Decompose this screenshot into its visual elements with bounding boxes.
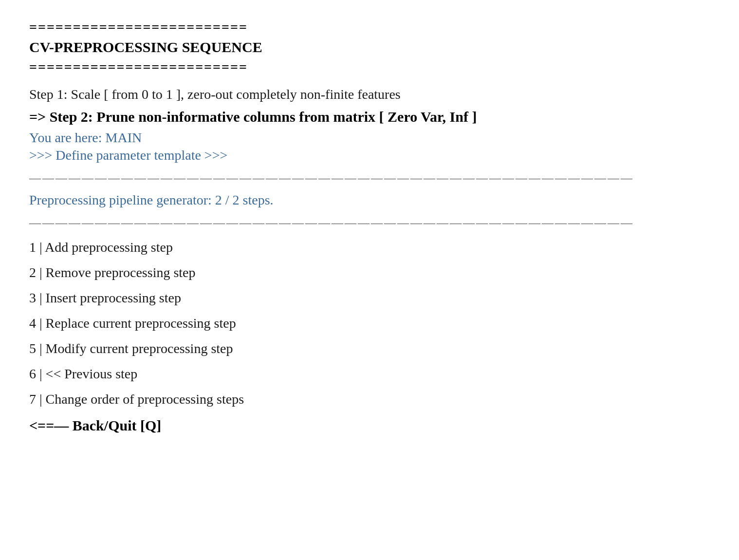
divider-bottom: ————————————————————————————————————————… (29, 217, 710, 228)
separator-top: ========================= (29, 19, 710, 35)
menu-item-1[interactable]: 1 | Add preprocessing step (29, 237, 710, 258)
menu-list: 1 | Add preprocessing step 2 | Remove pr… (29, 237, 710, 436)
menu-item-3[interactable]: 3 | Insert preprocessing step (29, 288, 710, 308)
separator-bottom: ========================= (29, 59, 710, 75)
menu-item-6-previous-step[interactable]: 6 | << Previous step (29, 364, 710, 384)
quit-button[interactable]: <==— Back/Quit [Q] (29, 414, 710, 436)
menu-item-2[interactable]: 2 | Remove preprocessing step (29, 262, 710, 283)
menu-item-7[interactable]: 7 | Change order of preprocessing steps (29, 389, 710, 410)
menu-item-5[interactable]: 5 | Modify current preprocessing step (29, 338, 710, 359)
pipeline-info: Preprocessing pipeline generator: 2 / 2 … (29, 192, 710, 208)
nav-path: >>> Define parameter template >>> (29, 148, 710, 163)
page-title: CV-PREPROCESSING SEQUENCE (29, 39, 710, 56)
step-1-line: Step 1: Scale [ from 0 to 1 ], zero-out … (29, 85, 710, 104)
location-indicator: You are here: MAIN (29, 130, 710, 146)
step-2-line: => Step 2: Prune non-informative columns… (29, 107, 710, 127)
menu-item-4[interactable]: 4 | Replace current preprocessing step (29, 313, 710, 334)
divider-top: ————————————————————————————————————————… (29, 172, 710, 184)
page-container: ========================= CV-PREPROCESSI… (29, 19, 710, 436)
